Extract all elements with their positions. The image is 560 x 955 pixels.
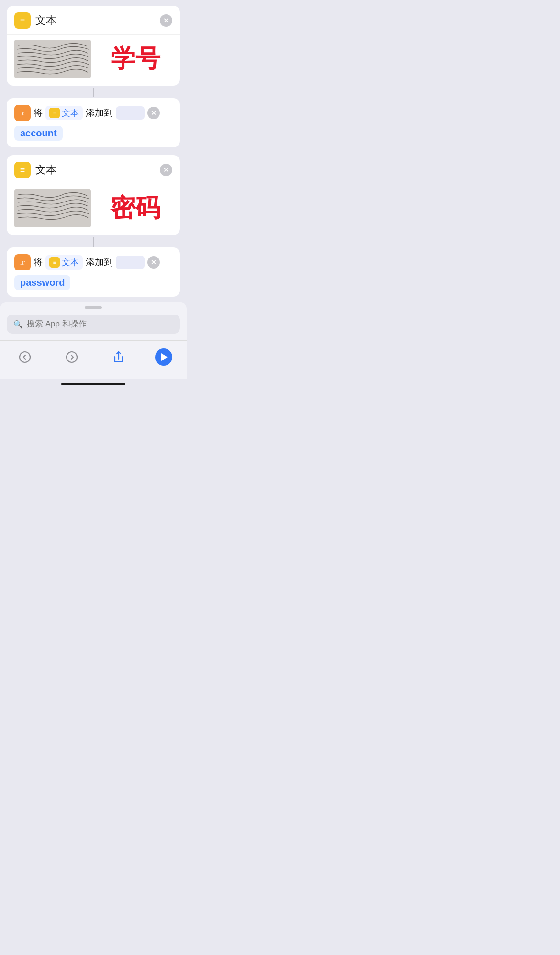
drag-handle: [85, 306, 102, 309]
variable-label-2: password: [14, 275, 70, 290]
text-card-1: ≡ 文本 ✕: [7, 6, 180, 86]
text-badge-2[interactable]: ≡ 文本: [45, 255, 83, 270]
page-container: ≡ 文本 ✕: [0, 0, 187, 385]
back-button[interactable]: [14, 347, 35, 368]
forward-button[interactable]: [61, 347, 82, 368]
home-indicator: [61, 383, 125, 385]
assign-card-2: 𝑥 将 ≡ 文本 添加到 ✕ password: [7, 247, 180, 297]
close-btn-assign-1[interactable]: ✕: [147, 107, 160, 119]
variable-icon-2: 𝑥: [14, 254, 31, 270]
gap-1: [7, 148, 180, 155]
assign-prefix-1: 将: [34, 107, 43, 119]
close-btn-2[interactable]: ✕: [160, 164, 172, 176]
assign-row-1: 𝑥 将 ≡ 文本 添加到 ✕: [14, 105, 172, 121]
svg-point-3: [67, 352, 77, 362]
text-card-1-header-left: ≡ 文本: [14, 12, 56, 29]
close-btn-1[interactable]: ✕: [160, 14, 172, 27]
assign-suffix-2: 添加到: [86, 256, 113, 269]
text-icon-2: ≡: [14, 162, 31, 178]
assign-row-2: 𝑥 将 ≡ 文本 添加到 ✕: [14, 254, 172, 270]
badge-label-1: 文本: [62, 107, 79, 119]
variable-label-1: account: [14, 126, 63, 141]
text-card-2-content: 密码: [7, 184, 180, 235]
text-card-2-header-left: ≡ 文本: [14, 162, 56, 178]
connector-1: [7, 87, 180, 98]
redacted-block-2: [14, 189, 91, 227]
play-button[interactable]: [155, 348, 172, 366]
connector-line-2: [93, 237, 94, 247]
text-card-1-content: 学号: [7, 35, 180, 86]
text-card-1-header: ≡ 文本 ✕: [7, 6, 180, 35]
search-panel: 🔍: [0, 302, 187, 340]
close-btn-assign-2[interactable]: ✕: [147, 256, 160, 269]
connector-2: [7, 236, 180, 247]
text-card-2: ≡ 文本 ✕: [7, 155, 180, 235]
scribble-svg-2: [14, 189, 91, 227]
assign-suffix-1: 添加到: [86, 107, 113, 119]
scroll-area: ≡ 文本 ✕: [0, 0, 187, 298]
password-label: 密码: [99, 191, 172, 225]
variable-slot-2[interactable]: [116, 256, 145, 269]
text-card-2-title: 文本: [35, 163, 56, 177]
connector-line-1: [93, 88, 94, 97]
scribble-svg-1: [14, 40, 91, 78]
text-card-1-title: 文本: [35, 13, 56, 28]
redacted-block-1: [14, 40, 91, 78]
bottom-toolbar: [0, 340, 187, 379]
assign-variable-1[interactable]: account: [14, 126, 172, 141]
badge-icon-2: ≡: [49, 257, 60, 268]
text-card-2-header: ≡ 文本 ✕: [7, 155, 180, 184]
badge-icon-1: ≡: [49, 108, 60, 118]
search-icon: 🔍: [13, 320, 23, 329]
variable-icon-1: 𝑥: [14, 105, 31, 121]
assign-variable-2[interactable]: password: [14, 275, 172, 290]
text-icon-1: ≡: [14, 12, 31, 29]
text-badge-1[interactable]: ≡ 文本: [45, 106, 83, 120]
student-id-label: 学号: [99, 42, 172, 76]
share-button[interactable]: [108, 347, 129, 368]
svg-point-2: [20, 352, 30, 362]
badge-label-2: 文本: [62, 257, 79, 268]
search-input[interactable]: [27, 319, 173, 329]
assign-card-1: 𝑥 将 ≡ 文本 添加到 ✕ account: [7, 98, 180, 147]
variable-slot-1[interactable]: [116, 106, 145, 120]
search-input-container[interactable]: 🔍: [7, 315, 180, 334]
assign-prefix-2: 将: [34, 256, 43, 269]
